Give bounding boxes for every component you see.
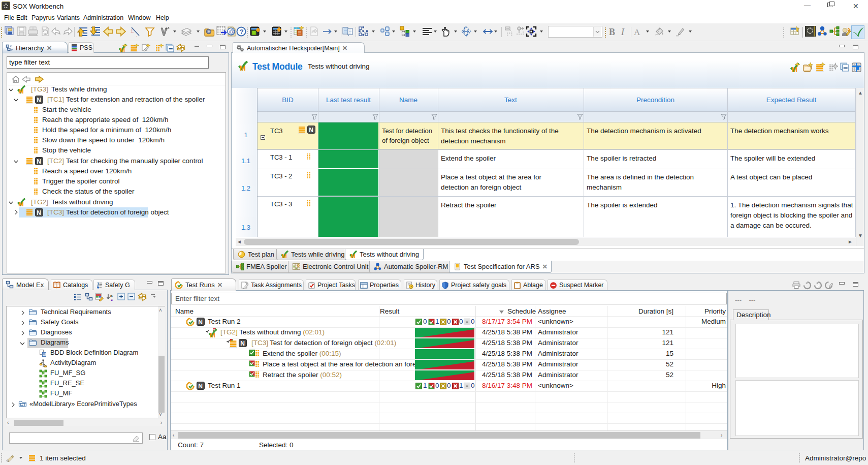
svg-text:.: . [136,33,138,37]
svg-text:1.: 1. [131,28,135,34]
svg-text:@: @ [229,28,235,35]
svg-text:?: ? [240,28,244,36]
svg-text:z: z [111,297,113,301]
